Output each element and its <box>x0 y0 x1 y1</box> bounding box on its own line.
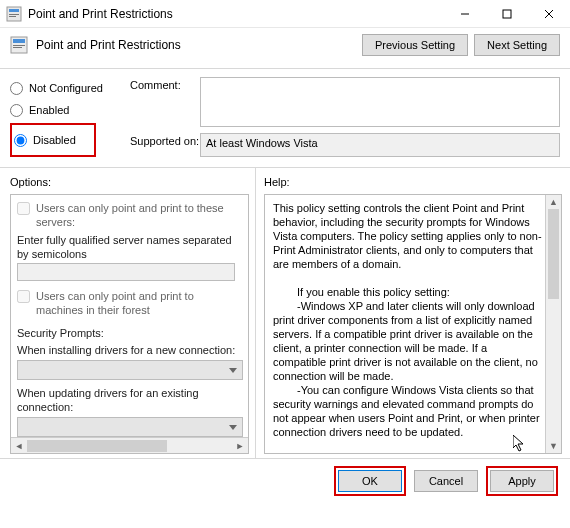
radio-enabled[interactable]: Enabled <box>10 99 120 121</box>
update-label: When updating drivers for an existing co… <box>17 386 242 414</box>
svg-rect-2 <box>9 14 19 15</box>
next-setting-button[interactable]: Next Setting <box>474 34 560 56</box>
radio-disabled[interactable]: Disabled <box>14 129 76 151</box>
svg-rect-10 <box>13 45 25 46</box>
close-button[interactable] <box>528 0 570 28</box>
policy-icon <box>10 36 28 54</box>
svg-rect-9 <box>13 39 25 43</box>
previous-setting-button[interactable]: Previous Setting <box>362 34 468 56</box>
help-heading: Help: <box>264 176 562 188</box>
cancel-button[interactable]: Cancel <box>414 470 478 492</box>
highlight-ok: OK <box>334 466 406 496</box>
svg-rect-1 <box>9 9 19 12</box>
options-column: Options: Users can only point and print … <box>0 168 256 458</box>
lower-section: Options: Users can only point and print … <box>0 168 570 458</box>
svg-rect-11 <box>13 47 22 48</box>
servers-instruction: Enter fully qualified server names separ… <box>17 233 242 261</box>
svg-rect-3 <box>9 16 16 17</box>
checkbox-servers-input[interactable] <box>17 202 30 215</box>
ok-button[interactable]: OK <box>338 470 402 492</box>
radio-not-configured[interactable]: Not Configured <box>10 77 120 99</box>
svg-rect-5 <box>503 10 511 18</box>
radio-label: Not Configured <box>29 82 103 94</box>
scroll-left-icon[interactable]: ◄ <box>11 439 27 453</box>
checkbox-forest[interactable]: Users can only point and print to machin… <box>17 289 242 317</box>
options-body: Users can only point and print to these … <box>10 194 249 454</box>
install-dropdown[interactable] <box>17 360 243 380</box>
page-title: Point and Print Restrictions <box>36 38 356 52</box>
radio-disabled-input[interactable] <box>14 134 27 147</box>
help-text: If you enable this policy setting: <box>273 285 543 299</box>
radio-label: Disabled <box>33 134 76 146</box>
help-body: This policy setting controls the client … <box>264 194 562 454</box>
state-radios: Not Configured Enabled Disabled <box>10 77 120 157</box>
help-text: This policy setting controls the client … <box>273 201 543 271</box>
minimize-button[interactable] <box>444 0 486 28</box>
window-title: Point and Print Restrictions <box>28 7 444 21</box>
help-vscrollbar[interactable]: ▲ ▼ <box>545 195 561 453</box>
help-text: If you do not configure this policy sett… <box>273 453 543 454</box>
radio-not-configured-input[interactable] <box>10 82 23 95</box>
checkbox-label: Users can only point and print to machin… <box>36 289 242 317</box>
scroll-thumb[interactable] <box>548 209 559 299</box>
scroll-right-icon[interactable]: ► <box>232 439 248 453</box>
highlight-disabled: Disabled <box>10 123 96 157</box>
supported-value: At least Windows Vista <box>200 133 560 157</box>
comment-label: Comment: <box>130 77 200 91</box>
header: Point and Print Restrictions Previous Se… <box>0 28 570 69</box>
supported-row: Supported on: At least Windows Vista <box>130 133 560 157</box>
titlebar: Point and Print Restrictions <box>0 0 570 28</box>
checkbox-forest-input[interactable] <box>17 290 30 303</box>
install-label: When installing drivers for a new connec… <box>17 343 242 357</box>
maximize-button[interactable] <box>486 0 528 28</box>
checkbox-label: Users can only point and print to these … <box>36 201 242 229</box>
comment-field[interactable] <box>200 77 560 127</box>
comment-row: Comment: <box>130 77 560 127</box>
radio-label: Enabled <box>29 104 69 116</box>
scroll-down-icon[interactable]: ▼ <box>546 439 561 453</box>
apply-button[interactable]: Apply <box>490 470 554 492</box>
options-heading: Options: <box>10 176 255 188</box>
security-prompts-label: Security Prompts: <box>17 327 242 339</box>
help-column: Help: This policy setting controls the c… <box>256 168 570 458</box>
highlight-apply: Apply <box>486 466 558 496</box>
options-hscrollbar[interactable]: ◄ ► <box>11 437 248 453</box>
supported-label: Supported on: <box>130 133 200 147</box>
help-text: -You can configure Windows Vista clients… <box>273 383 543 439</box>
dialog-buttons: OK Cancel Apply <box>0 458 570 502</box>
checkbox-servers[interactable]: Users can only point and print to these … <box>17 201 242 229</box>
policy-icon <box>6 6 22 22</box>
help-text: -Windows XP and later clients will only … <box>273 299 543 383</box>
servers-input[interactable] <box>17 263 235 281</box>
scroll-up-icon[interactable]: ▲ <box>546 195 561 209</box>
scroll-thumb[interactable] <box>27 440 167 452</box>
update-dropdown[interactable] <box>17 417 243 437</box>
settings-section: Not Configured Enabled Disabled Comment:… <box>0 69 570 168</box>
radio-enabled-input[interactable] <box>10 104 23 117</box>
